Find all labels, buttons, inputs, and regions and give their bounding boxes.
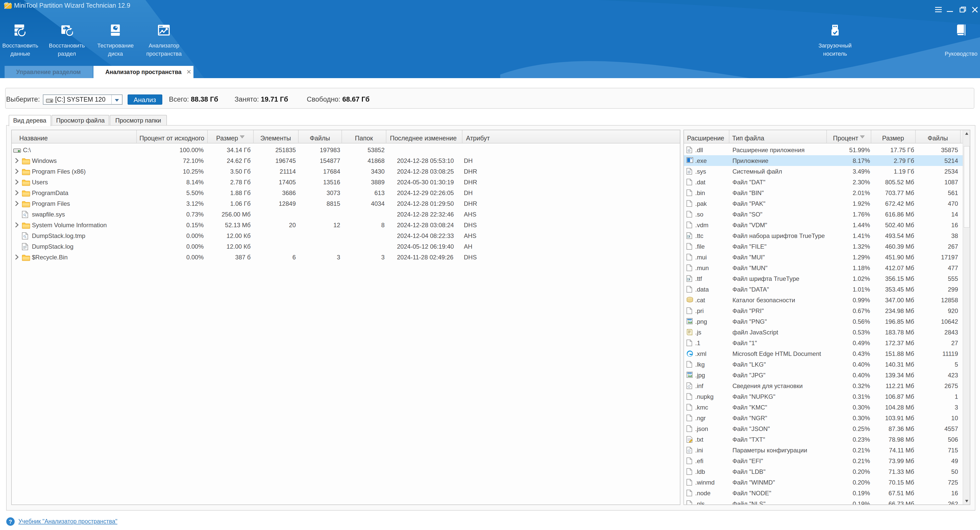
svg-text:A: A [688, 236, 690, 238]
svg-text:?: ? [8, 519, 12, 525]
svg-text:A: A [688, 278, 690, 280]
